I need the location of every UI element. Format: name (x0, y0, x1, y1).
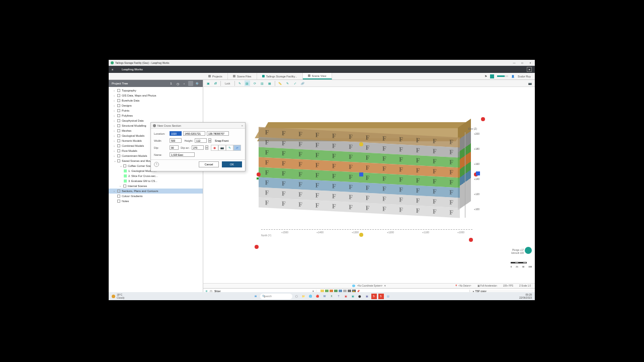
app-icon-1[interactable]: ▣ (343, 294, 349, 299)
tree-internal[interactable]: ›Internal Scenes (109, 184, 203, 189)
manipulator-green[interactable] (257, 177, 259, 179)
user-icon[interactable]: 👤 (511, 75, 515, 78)
flag-icon[interactable]: ⚑ (485, 75, 487, 78)
tree-colour-grad[interactable]: Colour Gradients (109, 194, 203, 199)
app-icon-5[interactable]: S (371, 294, 377, 299)
tab-projects[interactable]: Projects (203, 73, 228, 79)
edge-icon[interactable]: 🌐 (308, 294, 313, 299)
screenshot-icon[interactable]: ▣ (205, 80, 211, 86)
tree-coffee-2[interactable]: 2. Slice For Cross-sec... (109, 173, 203, 178)
model-block[interactable]: FFFFFFFFFFFF FFFFFFFFFFFF FFFFFFFFFFFF F… (259, 132, 470, 233)
collapse-icon[interactable]: ‹ (182, 81, 187, 86)
link-icon[interactable]: 🔗 (300, 80, 305, 86)
help-icon[interactable]: ? (154, 162, 159, 167)
location-y-input[interactable] (183, 131, 205, 136)
window-close[interactable]: × (528, 61, 533, 64)
status-bar: 🌐 <No Coordinate System> ▾ 📍 <No Datum> … (203, 283, 535, 288)
app-icon-3[interactable]: ⬤ (357, 294, 363, 299)
dipaz-input[interactable] (192, 145, 204, 150)
pencil-tool-icon[interactable]: ✎ (226, 145, 233, 151)
dipaz-spinner[interactable] (205, 145, 208, 150)
location-x-input[interactable] (170, 131, 182, 136)
ok-button[interactable]: OK (222, 161, 242, 167)
app-icon-4[interactable]: ▣ (364, 294, 370, 299)
ruler-icon[interactable]: ▥ (260, 80, 265, 86)
height-input[interactable] (195, 138, 207, 143)
horizontal-axis: North (Y) +1500 +1400 +1300 +1200 +1100 … (261, 229, 472, 236)
clock-icon[interactable]: ◷ (175, 81, 180, 86)
search-icon[interactable]: 🔍 (195, 81, 200, 86)
compass-icon[interactable] (525, 247, 532, 254)
dialog-close-icon[interactable]: × (242, 124, 243, 127)
tab-scene-files[interactable]: Scene Files (228, 73, 257, 79)
vertical-axis: Elev (Z) +200 +180 +160 +140 +120 +100 (464, 132, 479, 218)
dip-input[interactable] (170, 145, 179, 150)
height-spinner[interactable] (208, 138, 211, 143)
project-tree[interactable]: ›Topography ›GIS Data, Maps and Photos ›… (109, 87, 203, 300)
camera-icon[interactable]: 📷 (527, 80, 533, 86)
lock-label[interactable]: Lock (223, 82, 232, 85)
search-input[interactable] (188, 81, 193, 86)
manipulator-blue[interactable] (359, 172, 363, 176)
app-icon-6[interactable]: 5 (378, 294, 384, 299)
axis-icon[interactable]: ▦ (267, 80, 273, 86)
slice-icon[interactable]: ▨ (245, 80, 250, 86)
weather-icon (112, 295, 115, 298)
taskbar-search[interactable]: 🔍 Search (260, 294, 292, 299)
taskbar-clock[interactable]: 09:29 22/06/2023 (519, 293, 532, 299)
plane-tool-icon[interactable]: ▱ (233, 145, 241, 151)
zscale[interactable]: Z-Scale 1.0 (519, 285, 531, 287)
seequent-icon[interactable] (490, 74, 494, 78)
excel-icon[interactable]: X (329, 294, 335, 299)
window-minimize[interactable]: — (512, 61, 517, 64)
name-input[interactable] (170, 152, 195, 157)
app-icon-7[interactable]: ▤ (385, 294, 391, 299)
word-icon[interactable]: W (322, 294, 328, 299)
dialog-titlebar[interactable]: New Cross Section × (151, 123, 245, 129)
draw-icon[interactable]: ✎ (237, 80, 243, 86)
globe-icon[interactable]: 🌐 (352, 285, 355, 287)
manipulator-yellow-t[interactable] (359, 142, 363, 146)
weather-widget[interactable]: 18°C Cloudy (112, 293, 125, 299)
pick-icon[interactable]: ⤢ (292, 80, 298, 86)
manipulator-red-bl[interactable] (255, 245, 259, 249)
tab-project[interactable]: Tailings Storage Facility... (257, 73, 303, 79)
windows-taskbar[interactable]: 18°C Cloudy ⊞ 🔍 Search ▢ 📁 🌐 🔴 W X T ▣ ▣… (109, 292, 535, 300)
tree-sections[interactable]: ›Sections, Plans and Contours (109, 189, 203, 194)
snap-front-button[interactable]: Snap Front (215, 139, 228, 142)
manipulator-red-tr[interactable] (481, 117, 485, 121)
dropdown-icon[interactable]: ▾ (384, 285, 386, 287)
history-count[interactable]: 1 (169, 81, 174, 86)
measure-icon[interactable]: 📏 (277, 80, 283, 86)
manipulator-red-br[interactable] (469, 238, 473, 242)
window-maximize[interactable]: □ (520, 61, 525, 64)
camera-tool-icon[interactable]: 📷 (218, 145, 226, 151)
tree-points[interactable]: ›Points (109, 108, 203, 113)
cancel-button[interactable]: Cancel (199, 161, 219, 167)
teams-icon[interactable]: T (336, 294, 342, 299)
tree-notes[interactable]: Notes (109, 199, 203, 204)
tree-polylines[interactable]: ›Polylines (109, 113, 203, 118)
explorer-icon[interactable]: 📁 (301, 294, 306, 299)
tree-topography[interactable]: ›Topography (109, 88, 203, 93)
rotate-icon[interactable]: ⟳ (252, 80, 258, 86)
tab-scene-view[interactable]: Scene View (303, 73, 332, 79)
tree-gis[interactable]: ›GIS Data, Maps and Photos (109, 93, 203, 98)
compass-tool-icon[interactable]: ◉ (211, 145, 218, 151)
task-view-icon[interactable]: ▢ (294, 294, 299, 299)
tree-coffee-3[interactable]: 3. Evaluate GM to CS... (109, 178, 203, 184)
chrome-icon[interactable]: 🔴 (315, 294, 320, 299)
width-input[interactable] (170, 138, 182, 143)
play-button[interactable]: ▸ (527, 67, 532, 72)
tree-designs[interactable]: ›Designs (109, 103, 203, 108)
hamburger-icon[interactable]: ≡ (112, 68, 117, 71)
app-icon-2[interactable]: ▣ (350, 294, 356, 299)
tree-borehole[interactable]: ›Borehole Data (109, 98, 203, 103)
viewport-3d[interactable]: FFFFFFFFFFFF FFFFFFFFFFFF FFFFFFFFFFFF F… (203, 87, 535, 284)
window-icon[interactable]: 🗗 (213, 80, 218, 86)
location-z-input[interactable] (207, 131, 229, 136)
manipulator-red[interactable] (257, 172, 261, 176)
edit-icon[interactable]: ✎ (285, 80, 290, 86)
accel-icon: ▣ (477, 285, 480, 287)
start-icon[interactable]: ⊞ (253, 294, 259, 299)
